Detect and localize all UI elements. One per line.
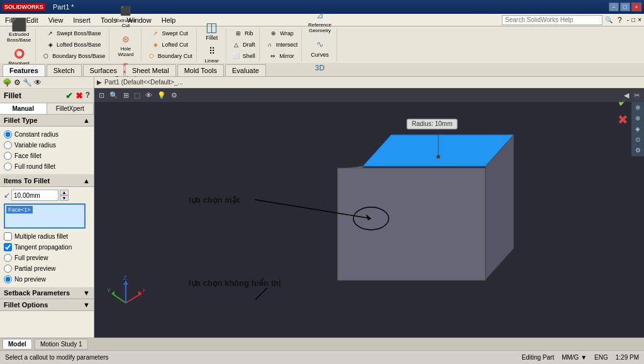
boundary-cut-button[interactable]: ⬡ Boundary Cut — [145, 50, 194, 62]
radio-full-round-fillet[interactable]: Full round fillet — [4, 161, 90, 172]
tab-surfaces[interactable]: Surfaces — [83, 64, 124, 76]
fillet-ok-button[interactable]: ✔ — [65, 91, 73, 101]
feature-tree-icon[interactable]: 🌳 — [3, 78, 12, 87]
svg-marker-23 — [138, 291, 142, 296]
view-orient-button[interactable]: ⊞ — [121, 91, 131, 100]
tab-sheet-metal[interactable]: Sheet Metal — [125, 64, 176, 76]
section-view-button[interactable]: ✂ — [632, 91, 641, 100]
mirror-button[interactable]: ⇔ Mirror — [267, 50, 296, 62]
right-icon-2[interactable]: ⊕ — [634, 103, 641, 112]
svg-text:X: X — [142, 287, 145, 293]
tab-mold-tools[interactable]: Mold Tools — [177, 64, 224, 76]
setback-params-header[interactable]: Setback Parameters ▼ — [0, 287, 94, 299]
revolved-boss-icon: ⭕ — [11, 46, 26, 61]
lofted-boss-button[interactable]: ◈ Lofted Boss/Base — [44, 39, 103, 50]
status-units[interactable]: MM/G ▼ — [562, 354, 587, 361]
bottom-tab-model[interactable]: Model — [3, 339, 32, 350]
reference-geometry-icon: ⊿ — [313, 8, 328, 23]
draft-button[interactable]: △ Draft — [230, 39, 257, 50]
hide-show-button[interactable]: 👁 — [143, 91, 154, 100]
zoom-fit-button[interactable]: ⊡ — [97, 91, 106, 100]
menu-view[interactable]: View — [46, 15, 66, 25]
swept-cut-icon: ↗ — [150, 28, 160, 38]
fillet-help-button[interactable]: ? — [86, 91, 90, 101]
reference-geometry-button[interactable]: ⊿ ReferenceGeometry — [306, 6, 333, 35]
hole-wizard-button[interactable]: ⊛ HoleWizard — [114, 30, 137, 59]
right-icon-4[interactable]: ◈ — [634, 124, 641, 134]
collapse-icon: ▲ — [83, 117, 90, 124]
fillet-options-header[interactable]: Fillet Options ▼ — [0, 299, 94, 311]
linear-pattern-icon: ⠿ — [204, 43, 219, 59]
draft-icon: △ — [231, 40, 242, 50]
toolbar-group-cut2: ↗ Swept Cut ◈ Lofted Cut ⬡ Boundary Cut — [143, 28, 197, 61]
swept-boss-button[interactable]: ↗ Swept Boss/Base — [44, 28, 103, 39]
svg-text:lựa chọn không hiển thị: lựa chọn không hiển thị — [189, 278, 281, 288]
help-icon: ? — [618, 16, 622, 25]
confirm-cancel-button[interactable]: ✖ — [618, 112, 628, 127]
fillet-tab-filletxpert[interactable]: FilletXpert — [47, 103, 94, 114]
fillet-tab-manual[interactable]: Manual — [0, 103, 47, 114]
mirror-icon: ⇔ — [268, 51, 278, 61]
search-input[interactable] — [502, 15, 602, 25]
fillet-actions: ✔ ✖ ? — [65, 91, 90, 101]
menu-help[interactable]: Help — [159, 15, 179, 25]
swept-boss-icon: ↗ — [45, 28, 55, 38]
config-icon[interactable]: 🔧 — [23, 78, 32, 87]
right-icon-6[interactable]: ⚙ — [634, 145, 642, 155]
right-icon-5[interactable]: ⊙ — [634, 135, 641, 144]
radio-constant-radius[interactable]: Constant radius — [4, 129, 90, 140]
radius-spinner: ↙ 10.00mm ▲ ▼ — [4, 190, 90, 201]
items-to-fillet-header[interactable]: Items To Fillet ▲ — [0, 175, 94, 187]
maximize-button[interactable]: □ — [620, 3, 630, 11]
spin-up-button[interactable]: ▲ — [60, 190, 69, 195]
view-settings-button[interactable]: ⚙ — [169, 91, 179, 100]
spin-down-button[interactable]: ▼ — [60, 195, 69, 201]
svg-text:Z: Z — [123, 275, 127, 281]
zoom-area-button[interactable]: 🔍 — [108, 91, 120, 100]
property-icon[interactable]: ⚙ — [14, 78, 21, 87]
boundary-cut-icon: ⬡ — [147, 51, 157, 61]
extruded-boss-button[interactable]: ⬛ ExtrudedBoss/Base — [5, 16, 33, 45]
right-icon-3[interactable]: ⊗ — [634, 113, 641, 123]
intersect-button[interactable]: ∩ Intersect — [264, 39, 299, 50]
display-style-button[interactable]: ⬚ — [132, 91, 142, 100]
fillet-cancel-button[interactable]: ✖ — [75, 91, 83, 101]
radius-input[interactable]: 10.00mm — [11, 190, 58, 201]
fillet-type-header[interactable]: Fillet Type ▲ — [0, 115, 94, 127]
tab-evaluate[interactable]: Evaluate — [225, 64, 266, 76]
multiple-radius-option[interactable]: Multiple radius fillet — [4, 231, 90, 242]
extruded-cut-icon: ⬛ — [118, 3, 133, 18]
tangent-propagation-option[interactable]: Tangent propagation — [4, 242, 90, 253]
radio-full-preview[interactable]: Full preview — [4, 253, 90, 263]
bottom-tab-motion-study[interactable]: Motion Study 1 — [35, 339, 88, 350]
lofted-cut-icon: ◈ — [150, 40, 160, 50]
boundary-boss-button[interactable]: ⬡ Boundary Boss/Base — [40, 50, 106, 62]
shell-button[interactable]: ⬜ Shell — [230, 50, 257, 62]
previous-view-button[interactable]: ◀ — [622, 91, 631, 100]
wrap-button[interactable]: ⊕ Wrap — [267, 28, 294, 39]
lighting-button[interactable]: 💡 — [155, 91, 168, 100]
svg-line-12 — [230, 288, 267, 300]
tab-features[interactable]: Features — [3, 64, 45, 76]
solidworks-logo: SOLIDWORKS — [3, 3, 45, 11]
status-time: 1:29 PM — [616, 354, 639, 361]
display-icon[interactable]: 👁 — [34, 78, 42, 87]
radio-no-preview[interactable]: No preview — [4, 274, 90, 285]
tab-sketch[interactable]: Sketch — [47, 64, 82, 76]
curves-button[interactable]: ∿ Curves — [309, 35, 331, 59]
toolbar-group-wrap: ⊕ Wrap ∩ Intersect ⇔ Mirror — [261, 28, 303, 61]
minimize-button[interactable]: − — [609, 3, 619, 11]
extruded-cut-button[interactable]: ⬛ ExtrudedCut — [114, 2, 138, 31]
fillet-title: Fillet — [4, 91, 21, 100]
hole-wizard-icon: ⊛ — [118, 31, 133, 47]
radio-face-fillet[interactable]: Face fillet — [4, 151, 90, 161]
radio-partial-preview[interactable]: Partial preview — [4, 263, 90, 274]
menu-insert[interactable]: Insert — [70, 15, 93, 25]
swept-cut-button[interactable]: ↗ Swept Cut — [149, 28, 189, 39]
close-button[interactable]: × — [631, 3, 641, 11]
fillet-button[interactable]: ◫ Fillet — [201, 18, 223, 42]
face-select-box[interactable]: Face<1> — [4, 203, 86, 229]
radio-variable-radius[interactable]: Variable radius — [4, 140, 90, 151]
rib-button[interactable]: ⊞ Rib — [232, 28, 255, 39]
lofted-cut-button[interactable]: ◈ Lofted Cut — [149, 39, 189, 50]
